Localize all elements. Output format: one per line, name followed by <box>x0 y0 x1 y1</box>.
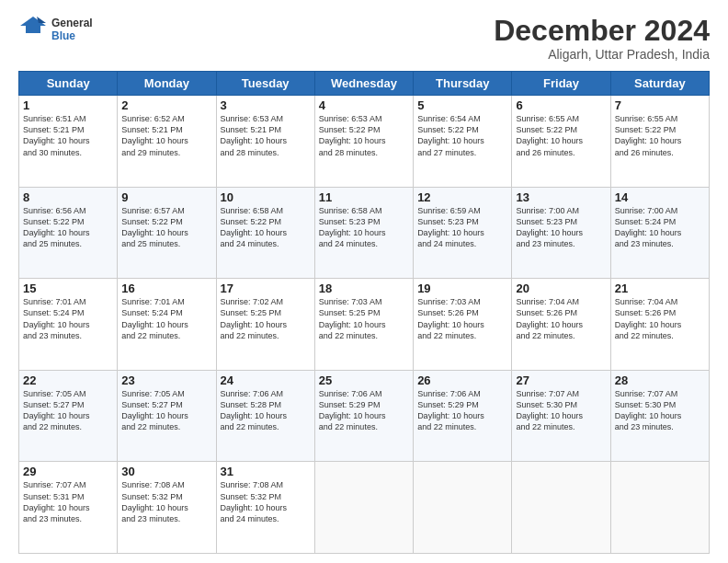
calendar-table: SundayMondayTuesdayWednesdayThursdayFrid… <box>18 71 710 554</box>
calendar-cell: 20Sunrise: 7:04 AM Sunset: 5:26 PM Dayli… <box>512 279 610 371</box>
day-number: 30 <box>121 465 211 478</box>
calendar-cell: 14Sunrise: 7:00 AM Sunset: 5:24 PM Dayli… <box>610 187 709 279</box>
calendar-cell: 9Sunrise: 6:57 AM Sunset: 5:22 PM Daylig… <box>118 187 216 279</box>
calendar-cell: 23Sunrise: 7:05 AM Sunset: 5:27 PM Dayli… <box>118 370 216 462</box>
cell-text: Sunrise: 6:56 AM Sunset: 5:22 PM Dayligh… <box>23 205 113 250</box>
calendar-cell: 13Sunrise: 7:00 AM Sunset: 5:23 PM Dayli… <box>512 187 610 279</box>
cell-text: Sunrise: 7:00 AM Sunset: 5:24 PM Dayligh… <box>615 205 705 250</box>
calendar-week-row: 22Sunrise: 7:05 AM Sunset: 5:27 PM Dayli… <box>19 370 710 462</box>
day-number: 20 <box>516 282 606 295</box>
day-number: 6 <box>516 98 606 112</box>
calendar-cell <box>314 462 413 554</box>
day-number: 7 <box>615 98 705 112</box>
calendar-cell: 3Sunrise: 6:53 AM Sunset: 5:21 PM Daylig… <box>216 96 314 188</box>
cell-text: Sunrise: 6:59 AM Sunset: 5:23 PM Dayligh… <box>417 205 507 250</box>
day-number: 4 <box>319 98 409 112</box>
cell-text: Sunrise: 6:58 AM Sunset: 5:22 PM Dayligh… <box>221 205 311 250</box>
calendar-cell: 7Sunrise: 6:55 AM Sunset: 5:22 PM Daylig… <box>610 96 709 188</box>
day-number: 5 <box>417 98 507 112</box>
day-number: 13 <box>516 190 606 204</box>
calendar-cell: 10Sunrise: 6:58 AM Sunset: 5:22 PM Dayli… <box>216 187 314 279</box>
day-number: 15 <box>23 282 113 295</box>
cell-text: Sunrise: 7:06 AM Sunset: 5:29 PM Dayligh… <box>417 388 507 433</box>
calendar-cell: 15Sunrise: 7:01 AM Sunset: 5:24 PM Dayli… <box>19 279 118 371</box>
calendar-cell: 2Sunrise: 6:52 AM Sunset: 5:21 PM Daylig… <box>118 96 216 188</box>
cell-text: Sunrise: 6:53 AM Sunset: 5:22 PM Dayligh… <box>319 113 409 158</box>
day-number: 9 <box>121 190 211 204</box>
calendar-header-row: SundayMondayTuesdayWednesdayThursdayFrid… <box>19 72 710 96</box>
calendar-week-row: 8Sunrise: 6:56 AM Sunset: 5:22 PM Daylig… <box>19 187 710 279</box>
day-number: 25 <box>319 373 409 387</box>
cell-text: Sunrise: 7:05 AM Sunset: 5:27 PM Dayligh… <box>121 388 211 433</box>
calendar-cell: 30Sunrise: 7:08 AM Sunset: 5:32 PM Dayli… <box>118 462 216 554</box>
cell-text: Sunrise: 6:55 AM Sunset: 5:22 PM Dayligh… <box>615 113 705 158</box>
day-number: 12 <box>417 190 507 204</box>
logo-general: General <box>51 17 93 29</box>
cell-text: Sunrise: 7:06 AM Sunset: 5:29 PM Dayligh… <box>319 388 409 433</box>
day-number: 11 <box>319 190 409 204</box>
day-number: 19 <box>417 282 507 295</box>
day-number: 29 <box>23 465 113 478</box>
calendar-cell: 11Sunrise: 6:58 AM Sunset: 5:23 PM Dayli… <box>314 187 413 279</box>
cell-text: Sunrise: 7:02 AM Sunset: 5:25 PM Dayligh… <box>221 296 311 341</box>
cell-text: Sunrise: 6:57 AM Sunset: 5:22 PM Dayligh… <box>121 205 211 250</box>
calendar-cell: 17Sunrise: 7:02 AM Sunset: 5:25 PM Dayli… <box>216 279 314 371</box>
calendar-cell: 27Sunrise: 7:07 AM Sunset: 5:30 PM Dayli… <box>512 370 610 462</box>
calendar-cell: 28Sunrise: 7:07 AM Sunset: 5:30 PM Dayli… <box>610 370 709 462</box>
day-number: 27 <box>516 373 606 387</box>
cell-text: Sunrise: 7:07 AM Sunset: 5:30 PM Dayligh… <box>615 388 705 433</box>
day-number: 22 <box>23 373 113 387</box>
day-number: 14 <box>615 190 705 204</box>
calendar-cell <box>512 462 610 554</box>
calendar-cell: 25Sunrise: 7:06 AM Sunset: 5:29 PM Dayli… <box>314 370 413 462</box>
calendar-cell: 21Sunrise: 7:04 AM Sunset: 5:26 PM Dayli… <box>610 279 709 371</box>
cell-text: Sunrise: 7:04 AM Sunset: 5:26 PM Dayligh… <box>615 296 705 341</box>
cell-text: Sunrise: 7:01 AM Sunset: 5:24 PM Dayligh… <box>23 296 113 341</box>
day-number: 17 <box>221 282 311 295</box>
cell-text: Sunrise: 6:52 AM Sunset: 5:21 PM Dayligh… <box>121 113 211 158</box>
day-number: 2 <box>121 98 211 112</box>
calendar-cell: 19Sunrise: 7:03 AM Sunset: 5:26 PM Dayli… <box>414 279 512 371</box>
cell-text: Sunrise: 6:51 AM Sunset: 5:21 PM Dayligh… <box>23 113 113 158</box>
calendar-week-row: 1Sunrise: 6:51 AM Sunset: 5:21 PM Daylig… <box>19 96 710 188</box>
header: GeneralBlue December 2024 Aligarh, Uttar… <box>18 15 710 62</box>
month-title: December 2024 <box>494 15 710 47</box>
cell-text: Sunrise: 7:08 AM Sunset: 5:32 PM Dayligh… <box>221 479 311 524</box>
cell-text: Sunrise: 7:05 AM Sunset: 5:27 PM Dayligh… <box>23 388 113 433</box>
col-header-tuesday: Tuesday <box>216 72 314 96</box>
day-number: 24 <box>221 373 311 387</box>
calendar-cell: 12Sunrise: 6:59 AM Sunset: 5:23 PM Dayli… <box>414 187 512 279</box>
calendar-cell: 16Sunrise: 7:01 AM Sunset: 5:24 PM Dayli… <box>118 279 216 371</box>
day-number: 3 <box>221 98 311 112</box>
cell-text: Sunrise: 6:58 AM Sunset: 5:23 PM Dayligh… <box>319 205 409 250</box>
logo-blue: Blue <box>51 29 93 42</box>
calendar-cell: 22Sunrise: 7:05 AM Sunset: 5:27 PM Dayli… <box>19 370 118 462</box>
col-header-wednesday: Wednesday <box>314 72 413 96</box>
logo-graphic <box>18 15 48 44</box>
day-number: 16 <box>121 282 211 295</box>
calendar-cell: 4Sunrise: 6:53 AM Sunset: 5:22 PM Daylig… <box>314 96 413 188</box>
day-number: 1 <box>23 98 113 112</box>
col-header-saturday: Saturday <box>610 72 709 96</box>
calendar-cell <box>414 462 512 554</box>
day-number: 23 <box>121 373 211 387</box>
logo: GeneralBlue <box>18 15 93 44</box>
col-header-friday: Friday <box>512 72 610 96</box>
cell-text: Sunrise: 6:55 AM Sunset: 5:22 PM Dayligh… <box>516 113 606 158</box>
calendar-cell: 29Sunrise: 7:07 AM Sunset: 5:31 PM Dayli… <box>19 462 118 554</box>
cell-text: Sunrise: 7:06 AM Sunset: 5:28 PM Dayligh… <box>221 388 311 433</box>
col-header-sunday: Sunday <box>19 72 118 96</box>
cell-text: Sunrise: 7:07 AM Sunset: 5:31 PM Dayligh… <box>23 479 113 524</box>
calendar-cell: 5Sunrise: 6:54 AM Sunset: 5:22 PM Daylig… <box>414 96 512 188</box>
cell-text: Sunrise: 7:08 AM Sunset: 5:32 PM Dayligh… <box>121 479 211 524</box>
cell-text: Sunrise: 7:01 AM Sunset: 5:24 PM Dayligh… <box>121 296 211 341</box>
calendar-cell: 24Sunrise: 7:06 AM Sunset: 5:28 PM Dayli… <box>216 370 314 462</box>
calendar-cell: 18Sunrise: 7:03 AM Sunset: 5:25 PM Dayli… <box>314 279 413 371</box>
cell-text: Sunrise: 7:03 AM Sunset: 5:25 PM Dayligh… <box>319 296 409 341</box>
calendar-cell <box>610 462 709 554</box>
col-header-thursday: Thursday <box>414 72 512 96</box>
cell-text: Sunrise: 7:00 AM Sunset: 5:23 PM Dayligh… <box>516 205 606 250</box>
calendar-week-row: 15Sunrise: 7:01 AM Sunset: 5:24 PM Dayli… <box>19 279 710 371</box>
cell-text: Sunrise: 7:07 AM Sunset: 5:30 PM Dayligh… <box>516 388 606 433</box>
calendar-cell: 1Sunrise: 6:51 AM Sunset: 5:21 PM Daylig… <box>19 96 118 188</box>
